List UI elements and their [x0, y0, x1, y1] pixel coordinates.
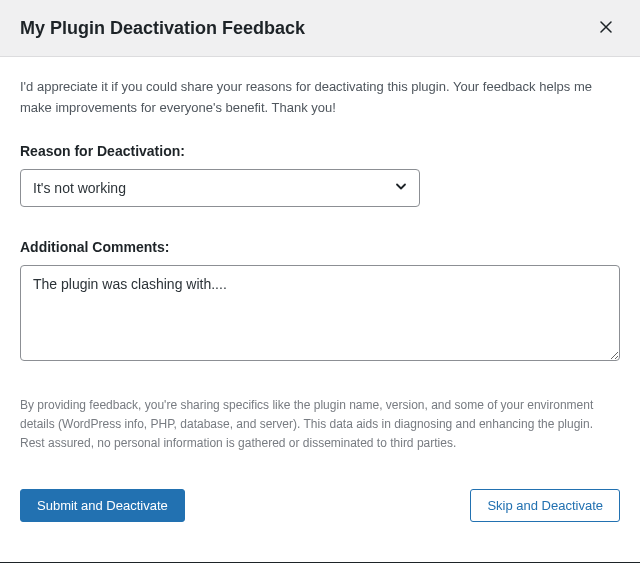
disclaimer-text: By providing feedback, you're sharing sp…: [20, 396, 620, 454]
skip-deactivate-button[interactable]: Skip and Deactivate: [470, 489, 620, 522]
close-icon: [600, 19, 612, 36]
reason-label: Reason for Deactivation:: [20, 143, 620, 159]
modal-footer: Submit and Deactivate Skip and Deactivat…: [20, 489, 620, 522]
intro-text: I'd appreciate it if you could share you…: [20, 77, 620, 119]
modal-body: I'd appreciate it if you could share you…: [0, 57, 640, 542]
submit-deactivate-button[interactable]: Submit and Deactivate: [20, 489, 185, 522]
deactivation-feedback-modal: My Plugin Deactivation Feedback I'd appr…: [0, 0, 640, 563]
reason-select[interactable]: It's not working: [20, 169, 420, 207]
modal-title: My Plugin Deactivation Feedback: [20, 18, 305, 39]
bottom-divider: [0, 562, 640, 563]
modal-header: My Plugin Deactivation Feedback: [0, 0, 640, 57]
close-button[interactable]: [592, 16, 620, 40]
comments-textarea[interactable]: [20, 265, 620, 361]
reason-select-wrapper: It's not working: [20, 169, 420, 207]
comments-label: Additional Comments:: [20, 239, 620, 255]
